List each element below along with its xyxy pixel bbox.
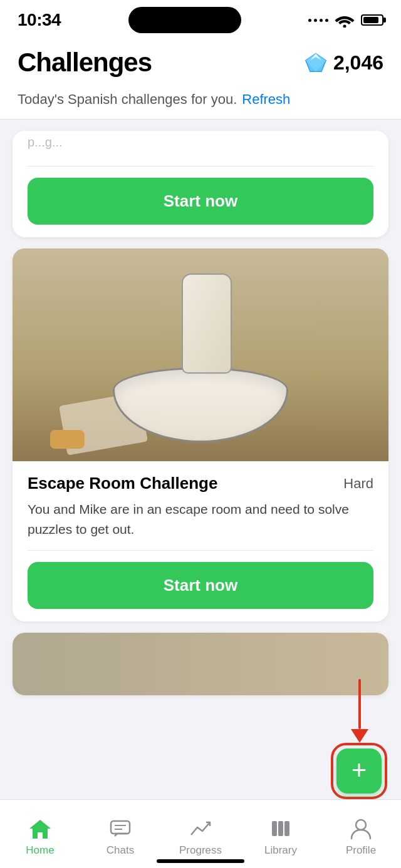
library-icon xyxy=(268,816,293,841)
nav-item-library[interactable]: Library xyxy=(241,800,321,868)
nav-item-progress[interactable]: Progress xyxy=(160,800,241,868)
nav-label-library: Library xyxy=(264,844,297,857)
card-difficulty: Hard xyxy=(343,476,373,492)
plus-icon: + xyxy=(352,757,367,784)
start-now-button-1[interactable]: Start now xyxy=(28,178,373,225)
arrow-line xyxy=(358,679,361,729)
challenge-card-2: Escape Room Challenge Hard You and Mike … xyxy=(13,248,388,621)
nav-item-chats[interactable]: Chats xyxy=(80,800,160,868)
nav-label-home: Home xyxy=(26,844,54,857)
refresh-button[interactable]: Refresh xyxy=(242,91,290,108)
wifi-icon xyxy=(335,13,355,28)
card-top-partial: p...g... xyxy=(13,131,388,153)
svg-rect-4 xyxy=(111,821,130,834)
page-title: Challenges xyxy=(18,48,152,78)
battery-icon xyxy=(361,14,383,26)
svg-point-0 xyxy=(343,25,346,28)
subtitle-bar: Today's Spanish challenges for you. Refr… xyxy=(0,86,401,120)
svg-rect-9 xyxy=(284,821,289,836)
challenges-list: p...g... Start now Escape Room Challenge… xyxy=(0,120,401,707)
challenge-card-1: p...g... Start now xyxy=(13,131,388,237)
svg-point-10 xyxy=(356,820,366,830)
status-time: 10:34 xyxy=(18,10,61,30)
home-icon xyxy=(28,816,53,841)
nav-item-home[interactable]: Home xyxy=(0,800,80,868)
nav-label-chats: Chats xyxy=(107,844,134,857)
challenge-card-3 xyxy=(13,633,388,695)
fab-wrapper: + xyxy=(331,743,387,799)
status-icons xyxy=(308,13,383,28)
svg-rect-7 xyxy=(272,821,277,836)
arrow-head xyxy=(351,729,368,743)
nav-item-profile[interactable]: Profile xyxy=(321,800,401,868)
start-now-button-2[interactable]: Start now xyxy=(28,562,373,609)
gem-display: 2,046 xyxy=(305,51,383,74)
home-indicator xyxy=(157,859,244,863)
svg-rect-8 xyxy=(278,821,283,836)
nav-label-progress: Progress xyxy=(179,844,222,857)
escape-room-image xyxy=(13,248,388,461)
card-image xyxy=(13,248,388,461)
card-title: Escape Room Challenge xyxy=(28,474,217,493)
card-meta: Escape Room Challenge Hard xyxy=(28,474,373,493)
header: Challenges 2,046 xyxy=(0,38,401,86)
nav-label-profile: Profile xyxy=(346,844,376,857)
card-divider xyxy=(28,166,373,166)
notch xyxy=(128,7,241,33)
subtitle-text: Today's Spanish challenges for you. xyxy=(18,91,237,108)
card-description: You and Mike are in an escape room and n… xyxy=(28,499,373,539)
gem-icon xyxy=(305,51,327,74)
card-1-body: Start now xyxy=(13,153,388,237)
fab-ring: + xyxy=(331,743,387,799)
arrow-indicator xyxy=(351,679,368,743)
card-3-image-partial xyxy=(13,633,388,695)
status-bar: 10:34 xyxy=(0,0,401,38)
chats-icon xyxy=(108,816,133,841)
profile-icon xyxy=(348,816,373,841)
progress-icon xyxy=(188,816,213,841)
card-divider-2 xyxy=(28,550,373,551)
bottom-nav: Home Chats Progress xyxy=(0,799,401,868)
card-top-text: p...g... xyxy=(28,135,63,150)
signal-icon xyxy=(308,19,328,22)
add-challenge-button[interactable]: + xyxy=(336,748,382,794)
gem-count: 2,046 xyxy=(333,51,383,74)
card-2-body: Escape Room Challenge Hard You and Mike … xyxy=(13,461,388,621)
